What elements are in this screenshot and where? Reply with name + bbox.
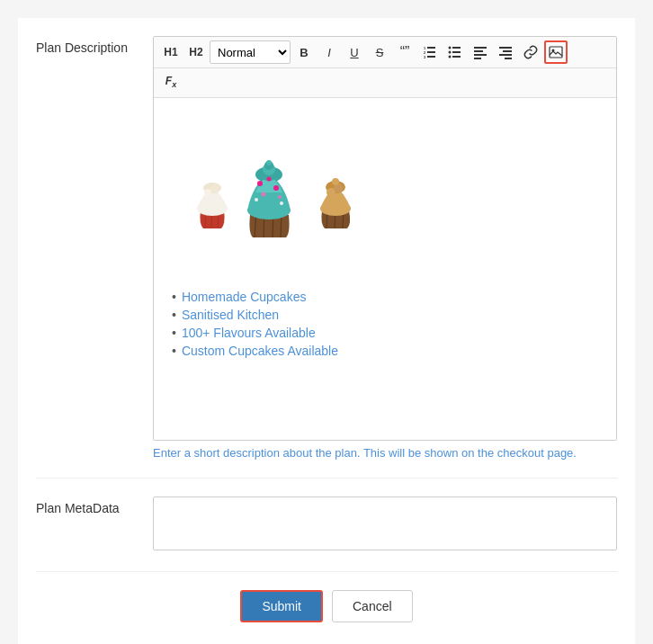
svg-rect-14 [474,54,487,56]
svg-point-43 [267,177,272,182]
toolbar-row2: Fx [154,68,616,98]
helper-text-end: . This will be shown on the checkout pag… [357,446,577,460]
svg-point-27 [204,189,211,196]
plan-metadata-row: Plan MetaData [36,496,617,553]
plan-description-row: Plan Description H1 H2 Normal Heading 1 … [36,36,617,460]
svg-point-44 [255,198,258,201]
list-item: Homemade Cupcakes [172,290,598,304]
ordered-list-button[interactable]: 123 [418,40,442,64]
svg-rect-19 [505,58,512,59]
cupcake-svg [172,112,370,269]
svg-text:3: 3 [424,55,426,59]
svg-point-53 [332,178,339,185]
strikethrough-button[interactable]: S [368,40,391,64]
plan-metadata-field [153,496,617,553]
quote-button[interactable]: “” [393,40,416,64]
form-container: Plan Description H1 H2 Normal Heading 1 … [18,18,635,644]
bold-button[interactable]: B [292,40,316,64]
svg-point-28 [210,184,219,193]
svg-rect-1 [427,51,435,53]
plan-description-label: Plan Description [36,36,153,58]
svg-point-40 [262,192,266,197]
list-item: Sanitised Kitchen [172,308,598,322]
svg-rect-15 [474,58,481,59]
underline-button[interactable]: U [343,40,366,64]
form-actions: Submit Cancel [36,590,617,622]
h1-button[interactable]: H1 [159,40,183,64]
divider-1 [36,478,617,479]
svg-rect-0 [427,47,435,49]
h2-button[interactable]: H2 [184,40,208,64]
list-item: Custom Cupcakes Available [172,344,598,358]
svg-rect-8 [452,56,461,58]
svg-rect-20 [550,47,562,58]
svg-point-42 [278,195,282,199]
svg-rect-6 [452,47,461,49]
divider-2 [36,571,617,572]
clear-format-button[interactable]: Fx [159,70,183,94]
helper-text-static: Enter a short description about [153,446,316,460]
metadata-input[interactable] [153,496,617,550]
list-item: 100+ Flavours Available [172,326,598,340]
format-select[interactable]: Normal Heading 1 Heading 2 Heading 3 [210,40,291,64]
unordered-list-button[interactable] [443,40,467,64]
link-button[interactable] [519,40,542,64]
svg-point-9 [449,47,452,49]
image-button[interactable] [544,40,568,64]
svg-rect-17 [503,50,512,52]
toolbar-row1: H1 H2 Normal Heading 1 Heading 2 Heading… [154,37,616,68]
submit-button[interactable]: Submit [240,590,323,622]
cupcake-image [172,112,598,272]
helper-text: Enter a short description about the plan… [153,446,617,460]
svg-rect-2 [427,56,435,58]
svg-point-11 [449,56,452,58]
svg-rect-7 [452,51,461,53]
svg-rect-16 [499,47,512,49]
bullet-list: Homemade Cupcakes Sanitised Kitchen 100+… [172,290,598,358]
align-right-button[interactable] [494,40,517,64]
editor-content-area[interactable]: Homemade Cupcakes Sanitised Kitchen 100+… [154,98,616,440]
plan-description-field: H1 H2 Normal Heading 1 Heading 2 Heading… [153,36,617,460]
cancel-button[interactable]: Cancel [332,590,413,622]
svg-point-39 [257,181,263,186]
svg-rect-13 [474,50,483,52]
svg-point-41 [273,185,279,191]
svg-point-45 [280,201,283,205]
helper-text-link: the plan [316,446,357,460]
align-left-button[interactable] [469,40,492,64]
italic-button[interactable]: I [318,40,341,64]
svg-rect-18 [499,54,512,56]
plan-metadata-label: Plan MetaData [36,496,153,518]
rich-text-editor: H1 H2 Normal Heading 1 Heading 2 Heading… [153,36,617,441]
svg-point-10 [449,51,452,54]
svg-point-38 [266,160,272,165]
svg-rect-12 [474,47,487,49]
